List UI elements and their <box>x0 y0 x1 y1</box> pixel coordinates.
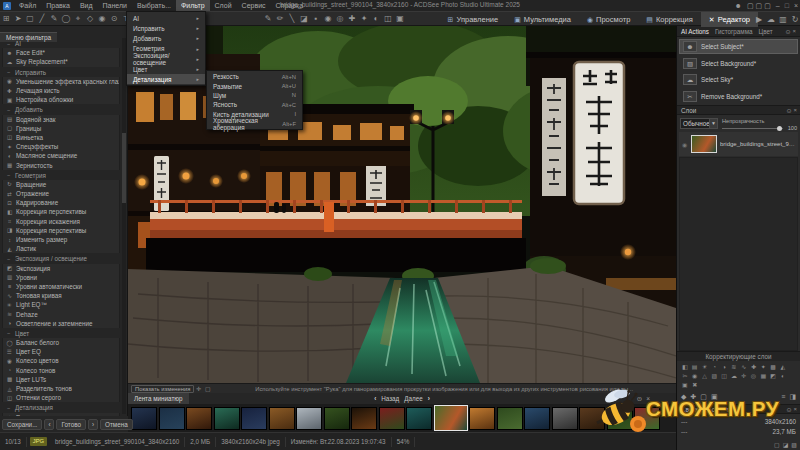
filter-row[interactable]: ∿ Тоновая кривая <box>2 291 120 300</box>
tool-icon[interactable]: ✚ <box>346 12 358 25</box>
filmstrip-thumbnail[interactable] <box>159 407 185 430</box>
layout-icon[interactable]: ▢ <box>747 0 754 11</box>
save-button[interactable]: Сохрани... <box>2 419 42 430</box>
window-control-icon[interactable]: × <box>794 0 798 11</box>
scrollbar-thumb[interactable] <box>122 133 126 203</box>
back-chevron-icon[interactable]: ‹ <box>374 395 376 402</box>
mode-button[interactable]: ⊞ Управление <box>440 12 507 27</box>
adjustment-layer-icon[interactable]: ◎ <box>749 372 759 381</box>
filter-row[interactable]: ✦ Спецэффекты <box>2 142 120 151</box>
pin-close-icon[interactable]: × <box>793 107 797 114</box>
menubar-item[interactable]: Панели <box>98 0 132 11</box>
filter-row[interactable]: ◭ Ластик <box>2 244 120 253</box>
filter-row[interactable]: ≋ Dehaze <box>2 309 120 318</box>
submenu-item[interactable]: Размытие Alt+U <box>207 81 302 90</box>
filmstrip-thumbnail[interactable] <box>579 407 605 430</box>
filmstrip-thumbnail[interactable] <box>634 407 660 430</box>
menubar-item[interactable]: Файл <box>14 0 41 11</box>
back-button[interactable]: Назад <box>381 395 399 402</box>
filter-row[interactable]: ◧ Коррекция перспективы <box>2 207 120 216</box>
tool-icon[interactable]: ▪ <box>310 12 322 25</box>
submenu-item[interactable]: Хроматическая аберрация Alt+F <box>207 119 302 128</box>
menubar-item[interactable]: Сервис <box>237 0 271 11</box>
forward-button[interactable]: Далее <box>404 395 422 402</box>
menubar-item[interactable]: Выбрать... <box>132 0 176 11</box>
adjustment-layer-icon[interactable]: ▦ <box>758 372 768 381</box>
adjustment-layer-icon[interactable]: ∿ <box>739 363 749 372</box>
pin-close-icon[interactable]: ⊙ <box>786 406 791 413</box>
panel-icon[interactable]: ⊙ <box>637 395 642 403</box>
layer-op-icon[interactable]: ◆ <box>681 393 686 401</box>
forward-chevron-icon[interactable]: › <box>428 395 430 402</box>
filter-row[interactable]: ☰ Цвет EQ <box>2 347 120 356</box>
adjustment-layer-icon[interactable]: ✛ <box>739 372 749 381</box>
tool-icon[interactable]: ▣ <box>394 12 406 25</box>
adjustment-layer-icon[interactable]: ▤ <box>690 363 700 372</box>
filter-menu-item[interactable]: Исправить ▸ <box>127 23 205 33</box>
tool-icon[interactable]: ◪ <box>298 12 310 25</box>
pin-close-icon[interactable]: × <box>793 406 797 413</box>
user-account-icon[interactable]: ☻ <box>735 0 742 11</box>
filter-row[interactable]: ▥ Уровни <box>2 273 120 282</box>
tool-icon[interactable]: ◫ <box>382 12 394 25</box>
filmstrip-thumbnail[interactable] <box>406 407 432 430</box>
layer-row[interactable]: ◉ bridge_buildings_street_990... <box>679 132 798 156</box>
filmstrip-thumbnail[interactable] <box>296 407 322 430</box>
filter-row[interactable]: ◔ Колесо тонов <box>2 366 120 375</box>
filter-menu-item[interactable]: AI ▸ <box>127 13 205 23</box>
adjustment-layer-icon[interactable]: ☀ <box>700 363 710 372</box>
palette-icon[interactable]: ◪ <box>783 441 789 448</box>
submenu-item[interactable]: Резкость Alt+N <box>207 72 302 81</box>
utility-icon[interactable]: ▶ <box>754 15 764 24</box>
panel-tab[interactable]: Цвет <box>759 28 773 35</box>
tool-icon[interactable]: ✎ <box>262 12 274 25</box>
cancel-button[interactable]: Отмена <box>100 419 133 430</box>
menubar-item[interactable]: Фильтр <box>176 0 210 11</box>
panel-icon[interactable]: × <box>646 395 650 403</box>
filmstrip-thumbnail[interactable] <box>324 407 350 430</box>
filter-row[interactable]: − Исправить <box>2 68 120 77</box>
filter-row[interactable]: ✚ Лечащая кисть <box>2 86 120 95</box>
filter-row[interactable]: ▣ Настройка обложки <box>2 95 120 104</box>
filter-row[interactable]: ◫ Оттенки серого <box>2 393 120 402</box>
filmstrip-thumbnail[interactable] <box>434 405 468 431</box>
tool-icon[interactable]: ◇ <box>84 12 96 25</box>
adjustment-layer-icon[interactable]: ✚ <box>749 363 759 372</box>
filter-row[interactable]: ▦ Зернистость <box>2 160 120 169</box>
mode-button[interactable]: ▣ Мультимедиа <box>506 12 579 27</box>
ai-action-button[interactable]: ▨ Select Background* <box>679 56 798 71</box>
filter-row[interactable]: ≡ Уровни автоматически <box>2 282 120 291</box>
utility-icon[interactable]: ↻ <box>790 15 800 24</box>
show-changes-button[interactable]: Показать изменения <box>131 385 194 393</box>
tool-icon[interactable]: ⊙ <box>108 12 120 25</box>
adjustment-layer-icon[interactable]: ✂ <box>680 372 690 381</box>
filmstrip-thumbnail[interactable] <box>186 407 212 430</box>
utility-icon[interactable]: ☁ <box>766 15 776 24</box>
filmstrip-thumbnail[interactable] <box>524 407 550 430</box>
adjustment-layer-icon[interactable]: ◩ <box>768 372 778 381</box>
opacity-slider[interactable]: 100 <box>722 126 797 130</box>
adjustment-layer-icon[interactable]: ▣ <box>680 381 690 390</box>
filter-row[interactable]: − Детализация <box>2 403 120 412</box>
tool-icon[interactable]: ◯ <box>60 12 72 25</box>
filter-row[interactable]: ◉ Колесо цветов <box>2 356 120 365</box>
filter-row[interactable]: ▢ Границы <box>2 124 120 133</box>
layout-icon[interactable]: ▢ <box>764 0 771 11</box>
filter-row[interactable]: ▤ Водяной знак <box>2 115 120 124</box>
adjustment-layer-icon[interactable]: ✦ <box>758 363 768 372</box>
layer-op-icon[interactable]: ▣ <box>711 393 718 401</box>
filter-row[interactable]: ▩ Цвет LUTs <box>2 375 120 384</box>
filter-menu-item[interactable]: Добавить ▸ <box>127 33 205 43</box>
hint-icon[interactable]: ✛ <box>194 385 203 392</box>
filter-row[interactable]: ⌗ Коррекция искажения <box>2 217 120 226</box>
utility-icon[interactable]: ▥ <box>778 15 788 24</box>
filter-menu-item[interactable]: Экспозиция/освещение ▸ <box>127 54 205 64</box>
adjustment-layer-icon[interactable]: ◉ <box>690 372 700 381</box>
filmstrip-thumbnail[interactable] <box>497 407 523 430</box>
adjustment-layer-icon[interactable]: ◧ <box>680 363 690 372</box>
menubar-item[interactable]: Правка <box>41 0 75 11</box>
filmstrip-thumbnail[interactable] <box>379 407 405 430</box>
blend-mode-select[interactable]: Обычное ▼ <box>680 118 718 129</box>
mode-button[interactable]: ✕ Редактор <box>701 12 758 27</box>
layer-op-icon[interactable]: ✚ <box>690 393 696 401</box>
